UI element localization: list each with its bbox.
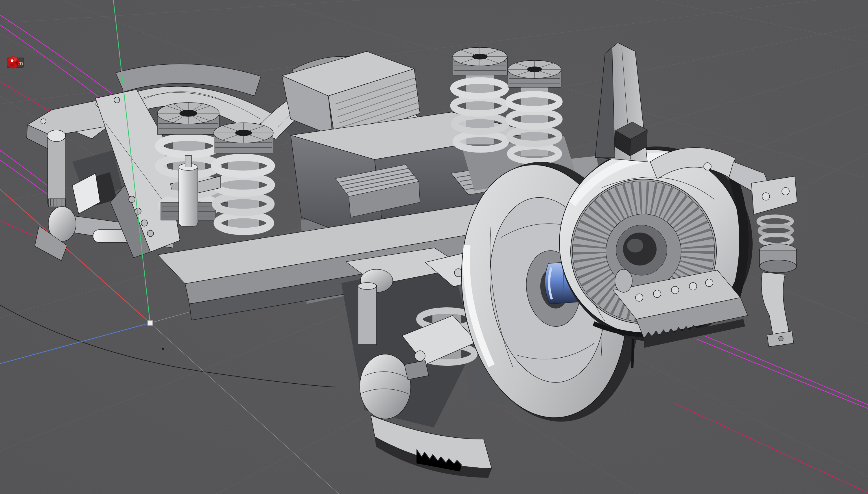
point-sphere[interactable] [7,56,19,69]
viewport-canvas[interactable]: 9 m [0,0,868,494]
3d-viewport[interactable]: 9 m [0,0,868,494]
origin-handle[interactable] [147,320,153,326]
vertex-dot[interactable] [162,348,164,349]
point-label-group[interactable]: 9 m [7,56,24,69]
